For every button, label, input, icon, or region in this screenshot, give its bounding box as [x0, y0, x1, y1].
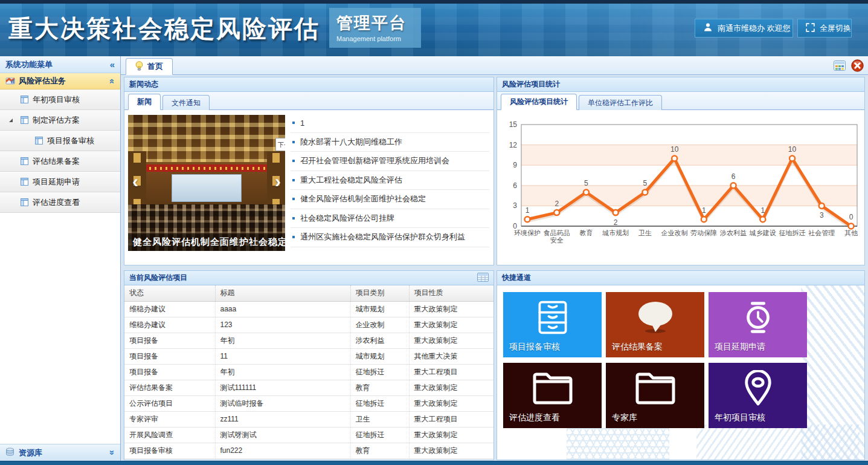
- projects-table-body: 维稳办建议aaaa城市规划重大政策制定维稳办建议123企业改制重大政策制定项目报…: [124, 301, 493, 458]
- resource-library-label: 资源库: [19, 447, 42, 458]
- table-row[interactable]: 项目报备年初征地拆迁重大工程项目: [124, 364, 493, 380]
- table-cell: zz111: [215, 411, 350, 427]
- table-row[interactable]: 专家评审zz111卫生重大工程项目: [124, 411, 493, 427]
- sidebar-item-resource-library[interactable]: 资源库 »: [0, 444, 120, 461]
- quick-tile[interactable]: 评估进度查看: [503, 363, 602, 428]
- table-row[interactable]: 维稳办建议123企业改制重大政策制定: [124, 317, 493, 333]
- table-row[interactable]: 项目报备年初涉农利益重大政策制定: [124, 333, 493, 348]
- quick-tiles: 项目报备审核评估结果备案项目延期申请评估进度查看专家库年初项目审核: [497, 285, 864, 460]
- sidebar-item[interactable]: 评估结果备案: [0, 151, 120, 172]
- table-row[interactable]: 维稳办建议aaaa城市规划重大政策制定: [124, 301, 493, 317]
- carousel-photo-ceiling: [128, 115, 285, 163]
- svg-text:15: 15: [509, 120, 518, 129]
- expand-triangle-icon: [9, 119, 13, 122]
- table-cell: fun222: [215, 443, 350, 458]
- fullscreen-toggle-button[interactable]: 全屏切换: [797, 19, 852, 37]
- decorative-pattern: [801, 285, 864, 460]
- table-cell: 测试111111: [215, 380, 350, 395]
- column-header[interactable]: 项目类别: [350, 285, 409, 301]
- quick-tile-label: 评估进度查看: [509, 412, 560, 423]
- news-item[interactable]: 1: [291, 114, 489, 133]
- subtab[interactable]: 风险评估项目统计: [501, 94, 577, 110]
- quick-tile[interactable]: 项目延期申请: [709, 292, 807, 357]
- svg-text:劳动保障: 劳动保障: [690, 229, 717, 236]
- news-item[interactable]: 陵水部署十八大期间维稳工作: [291, 133, 489, 152]
- table-row[interactable]: 项目报备审核fun222教育重大政策制定: [124, 443, 493, 458]
- news-carousel[interactable]: 健全风险评估机制全面维护社会稳定 ‹ › 下一: [128, 115, 285, 251]
- user-welcome-button[interactable]: 南通市维稳办 欢迎您: [695, 19, 793, 37]
- quick-panel-title: 快捷通道: [502, 273, 531, 283]
- sidebar-item-label: 评估结果备案: [33, 156, 80, 167]
- news-panel: 新闻动态 新闻文件通知 健全风险评估机制全面维护社会稳定 ‹ › 下一 1陵水部: [124, 77, 494, 265]
- sidebar-group-risk-assessment[interactable]: 风险评估业务 «: [0, 73, 120, 89]
- quick-tile-label: 项目延期申请: [715, 342, 765, 353]
- subtab[interactable]: 新闻: [128, 94, 161, 110]
- svg-text:10: 10: [788, 145, 797, 154]
- quick-tile[interactable]: 专家库: [606, 363, 704, 428]
- quick-tile[interactable]: 评估结果备案: [606, 292, 704, 357]
- news-item[interactable]: 健全风险评估机制全面维护社会稳定: [291, 190, 489, 209]
- form-window-icon: [21, 157, 28, 165]
- stats-panel: 风险评估项目统计 风险评估项目统计单位稳评估工作评比 0369121512525…: [497, 77, 865, 265]
- chevron-up-double-icon[interactable]: «: [108, 79, 117, 83]
- news-item-title: 重大工程社会稳定风险全评估: [300, 175, 402, 186]
- tab-home[interactable]: 首页: [126, 58, 173, 75]
- svg-text:6: 6: [731, 172, 736, 181]
- sidebar-item[interactable]: 年初项目审核: [0, 89, 120, 110]
- quick-tile[interactable]: 项目报备审核: [503, 292, 602, 357]
- svg-text:0: 0: [849, 213, 854, 221]
- form-window-icon: [21, 198, 28, 206]
- news-panel-title: 新闻动态: [129, 79, 158, 89]
- table-row[interactable]: 项目报备11城市规划其他重大决策: [124, 348, 493, 364]
- news-item[interactable]: 社会稳定风险评估公司挂牌: [291, 209, 489, 229]
- subtab[interactable]: 文件通知: [162, 95, 210, 110]
- table-cell: 测试临时报备: [215, 395, 350, 411]
- tab-home-label: 首页: [147, 61, 163, 72]
- bullet-icon: [292, 217, 295, 219]
- news-item[interactable]: 召开社会管理创新稳评管理系统应用培训会: [291, 152, 489, 171]
- table-row[interactable]: 评估结果备案测试111111教育重大政策制定: [124, 380, 493, 395]
- fullscreen-expand-icon: [806, 23, 815, 34]
- table-row[interactable]: 公示评估项目测试临时报备征地拆迁重大政策制定: [124, 395, 493, 411]
- carousel-next-arrow[interactable]: ›: [275, 172, 281, 190]
- theme-grid-icon[interactable]: [834, 60, 846, 71]
- table-icon[interactable]: [477, 273, 489, 284]
- sidebar-group-label: 风险评估业务: [19, 76, 66, 86]
- sidebar-item-label: 项目报备审核: [47, 135, 94, 146]
- decorative-pattern: [696, 424, 860, 460]
- carousel-prev-arrow[interactable]: ‹: [132, 172, 138, 190]
- quick-tile-label: 专家库: [612, 412, 637, 423]
- news-item[interactable]: 通州区实施社会稳定风险评估保护群众切身利益: [291, 228, 489, 247]
- table-cell: 重大工程项目: [409, 411, 493, 427]
- quick-tile[interactable]: 年初项目审核: [709, 363, 807, 428]
- chevron-down-double-icon[interactable]: »: [108, 450, 117, 455]
- form-window-icon: [21, 116, 28, 124]
- chevron-left-double-icon[interactable]: «: [110, 60, 115, 69]
- news-item-title: 健全风险评估机制全面维护社会稳定: [300, 193, 426, 204]
- svg-text:1: 1: [702, 206, 706, 215]
- column-header[interactable]: 标题: [215, 285, 350, 301]
- table-cell: 测试呀测试: [215, 427, 350, 443]
- column-header[interactable]: 项目性质: [409, 285, 493, 301]
- business-folder-icon: [5, 76, 15, 86]
- sidebar-item[interactable]: 制定评估方案: [0, 110, 120, 131]
- table-cell: 开展风险调查: [124, 427, 215, 443]
- chart-wrap: 0369121512525101611030环境保护食品药品安全教育城市规划卫生…: [501, 115, 861, 262]
- sidebar-item[interactable]: 项目延期申请: [0, 172, 120, 192]
- fullscreen-label: 全屏切换: [820, 23, 851, 34]
- projects-panel-title: 当前风险评估项目: [129, 273, 187, 283]
- sidebar-header: 系统功能菜单 «: [0, 56, 120, 73]
- subtab[interactable]: 单位稳评估工作评比: [579, 95, 662, 110]
- column-header[interactable]: 状态: [124, 285, 215, 301]
- close-icon[interactable]: [851, 59, 864, 72]
- table-row[interactable]: 开展风险调查测试呀测试征地拆迁重大政策制定: [124, 427, 493, 443]
- sidebar-item[interactable]: 评估进度查看: [0, 192, 120, 213]
- bullet-icon: [292, 179, 295, 181]
- svg-text:城乡建设: 城乡建设: [749, 229, 776, 236]
- news-item[interactable]: 重大工程社会稳定风险全评估: [291, 171, 489, 190]
- table-cell: 涉农利益: [350, 333, 409, 348]
- header-top-stripe: [0, 0, 868, 4]
- sidebar-item-label: 年初项目审核: [33, 94, 80, 105]
- table-cell: 11: [215, 348, 350, 364]
- sidebar-item[interactable]: 项目报备审核: [0, 131, 120, 151]
